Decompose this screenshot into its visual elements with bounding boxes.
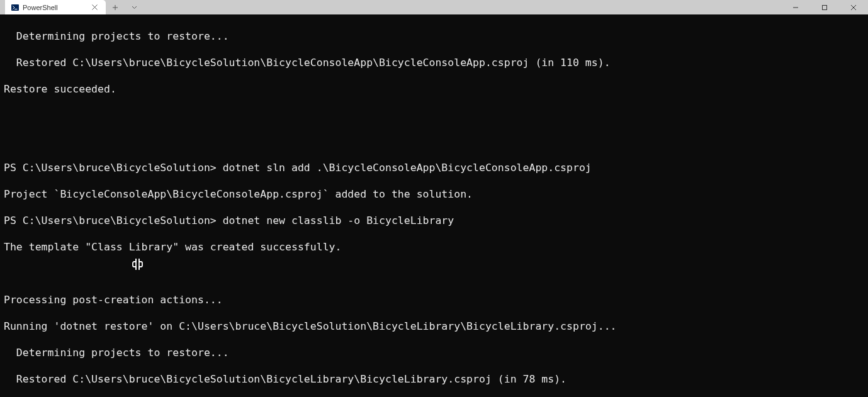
output-line — [4, 267, 864, 281]
output-line: Running 'dotnet restore' on C:\Users\bru… — [4, 320, 864, 333]
window-titlebar: PowerShell — [0, 0, 868, 14]
tab-powershell[interactable]: PowerShell — [5, 0, 106, 14]
tab-title: PowerShell — [23, 4, 89, 11]
close-button[interactable] — [839, 0, 868, 14]
maximize-button[interactable] — [810, 0, 839, 14]
window-controls — [781, 0, 868, 14]
powershell-icon — [11, 4, 19, 11]
output-line: Processing post-creation actions... — [4, 294, 864, 307]
prompt-line: PS C:\Users\bruce\BicycleSolution> dotne… — [4, 215, 864, 228]
terminal-output[interactable]: Determining projects to restore... Resto… — [0, 14, 868, 397]
output-line: Determining projects to restore... — [4, 347, 864, 360]
output-line: Restored C:\Users\bruce\BicycleSolution\… — [4, 57, 864, 70]
output-line — [4, 136, 864, 149]
output-line: Restored C:\Users\bruce\BicycleSolution\… — [4, 373, 864, 386]
output-line: Project `BicycleConsoleApp\BicycleConsol… — [4, 188, 864, 201]
output-line: The template "Class Library" was created… — [4, 241, 864, 254]
svg-rect-0 — [11, 4, 19, 11]
svg-rect-1 — [823, 5, 827, 9]
tab-actions — [106, 0, 144, 14]
prompt-line: PS C:\Users\bruce\BicycleSolution> dotne… — [4, 162, 864, 175]
tab-dropdown-button[interactable] — [125, 0, 144, 14]
new-tab-button[interactable] — [106, 0, 125, 14]
minimize-button[interactable] — [781, 0, 810, 14]
tab-close-button[interactable] — [89, 3, 99, 13]
output-line — [4, 109, 864, 123]
output-line: Determining projects to restore... — [4, 30, 864, 43]
output-line: Restore succeeded. — [4, 83, 864, 96]
